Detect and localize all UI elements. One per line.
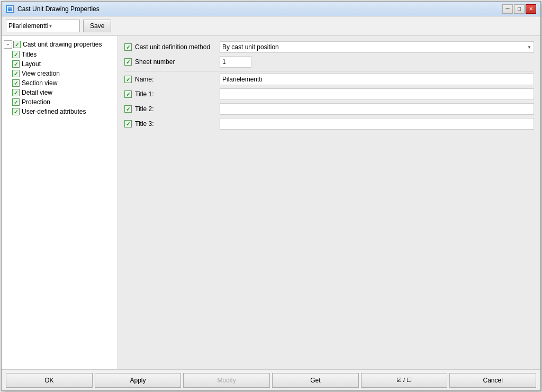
- title2-checkbox[interactable]: [124, 105, 132, 113]
- check-modify-icon: ☑ / ☐: [396, 377, 412, 384]
- titles-label: Titles: [22, 51, 37, 58]
- right-panel: Cast unit definition method By cast unit…: [118, 36, 540, 369]
- protection-checkbox[interactable]: [12, 98, 20, 106]
- cast-unit-definition-label: Cast unit definition method: [135, 43, 210, 51]
- main-content: − Cast unit drawing properties Titles La…: [2, 36, 540, 369]
- maximize-button[interactable]: □: [514, 4, 525, 14]
- view-creation-label: View creation: [22, 70, 60, 77]
- name-label: Name:: [135, 76, 153, 83]
- titles-checkbox[interactable]: [12, 51, 20, 58]
- modify-button[interactable]: Modify: [183, 373, 270, 388]
- tree-item-layout[interactable]: Layout: [2, 59, 118, 69]
- save-button[interactable]: Save: [83, 20, 111, 32]
- main-window: Cast Unit Drawing Properties ─ □ ✕ Pilar…: [1, 1, 541, 391]
- separator-1: [124, 71, 534, 71]
- tree-item-protection[interactable]: Protection: [2, 97, 118, 107]
- tree-item-view-creation[interactable]: View creation: [2, 69, 118, 78]
- user-defined-checkbox[interactable]: [12, 108, 20, 115]
- title1-checkbox[interactable]: [124, 90, 132, 98]
- cast-unit-definition-row: Cast unit definition method By cast unit…: [124, 41, 534, 53]
- name-row: Name:: [124, 74, 534, 85]
- cast-unit-definition-value: By cast unit position: [222, 43, 527, 51]
- user-defined-label: User-defined attributes: [22, 108, 86, 115]
- ok-button[interactable]: OK: [6, 373, 93, 388]
- title1-label: Title 1:: [135, 90, 154, 98]
- window-icon: [6, 5, 14, 13]
- detail-view-checkbox[interactable]: [12, 89, 20, 96]
- tree-root-checkbox[interactable]: [13, 41, 21, 48]
- tree-root-label: Cast unit drawing properties: [23, 41, 102, 48]
- svg-rect-0: [7, 6, 13, 12]
- title3-label: Title 3:: [135, 120, 154, 127]
- cancel-button[interactable]: Cancel: [449, 373, 536, 388]
- view-creation-checkbox[interactable]: [12, 70, 20, 77]
- title3-checkbox[interactable]: [124, 120, 132, 127]
- section-view-checkbox[interactable]: [12, 79, 20, 87]
- title1-input[interactable]: [220, 88, 534, 100]
- title1-label-area: Title 1:: [124, 90, 220, 98]
- detail-view-label: Detail view: [22, 89, 52, 96]
- sheet-number-label: Sheet number: [135, 58, 175, 66]
- title3-row: Title 3:: [124, 118, 534, 130]
- name-checkbox[interactable]: [124, 76, 132, 83]
- title3-label-area: Title 3:: [124, 120, 220, 127]
- close-button[interactable]: ✕: [526, 4, 536, 14]
- title2-input[interactable]: [220, 103, 534, 115]
- tree-children: Titles Layout View creation Section view…: [2, 50, 118, 116]
- sheet-number-row: Sheet number: [124, 56, 534, 68]
- tree-item-user-defined[interactable]: User-defined attributes: [2, 107, 118, 116]
- tree-panel: − Cast unit drawing properties Titles La…: [2, 36, 118, 369]
- section-view-label: Section view: [22, 79, 57, 87]
- tree-item-titles[interactable]: Titles: [2, 50, 118, 59]
- tree-collapse-icon[interactable]: −: [4, 40, 12, 49]
- sheet-number-label-area: Sheet number: [124, 58, 220, 66]
- name-label-area: Name:: [124, 76, 220, 83]
- toolbar: Pilarielementti ▼ Save: [2, 16, 540, 36]
- check-modify-button[interactable]: ☑ / ☐: [361, 373, 448, 388]
- apply-button[interactable]: Apply: [95, 373, 182, 388]
- chevron-down-icon: ▼: [48, 24, 77, 29]
- sheet-number-input[interactable]: [220, 56, 251, 68]
- profile-dropdown-value: Pilarielementti: [8, 22, 48, 30]
- get-button[interactable]: Get: [272, 373, 359, 388]
- title3-input[interactable]: [220, 118, 534, 130]
- protection-label: Protection: [22, 98, 50, 106]
- bottom-bar: OK Apply Modify Get ☑ / ☐ Cancel: [2, 369, 540, 390]
- tree-root[interactable]: − Cast unit drawing properties: [2, 39, 118, 50]
- window-controls: ─ □ ✕: [502, 4, 536, 14]
- tree-item-section-view[interactable]: Section view: [2, 78, 118, 88]
- cast-unit-definition-dropdown[interactable]: By cast unit position ▼: [220, 41, 534, 53]
- profile-dropdown[interactable]: Pilarielementti ▼: [6, 20, 80, 32]
- title2-row: Title 2:: [124, 103, 534, 115]
- sheet-number-checkbox[interactable]: [124, 58, 132, 66]
- layout-label: Layout: [22, 60, 41, 68]
- title1-row: Title 1:: [124, 88, 534, 100]
- name-input[interactable]: [220, 74, 534, 85]
- layout-checkbox[interactable]: [12, 60, 20, 68]
- title2-label-area: Title 2:: [124, 105, 220, 113]
- title2-label: Title 2:: [135, 105, 154, 113]
- cast-unit-definition-checkbox[interactable]: [124, 43, 132, 51]
- minimize-button[interactable]: ─: [502, 4, 513, 14]
- cast-unit-definition-arrow-icon: ▼: [527, 45, 531, 50]
- window-title: Cast Unit Drawing Properties: [17, 5, 502, 13]
- tree-item-detail-view[interactable]: Detail view: [2, 88, 118, 97]
- title-bar: Cast Unit Drawing Properties ─ □ ✕: [2, 2, 540, 16]
- cast-unit-definition-label-area: Cast unit definition method: [124, 43, 220, 51]
